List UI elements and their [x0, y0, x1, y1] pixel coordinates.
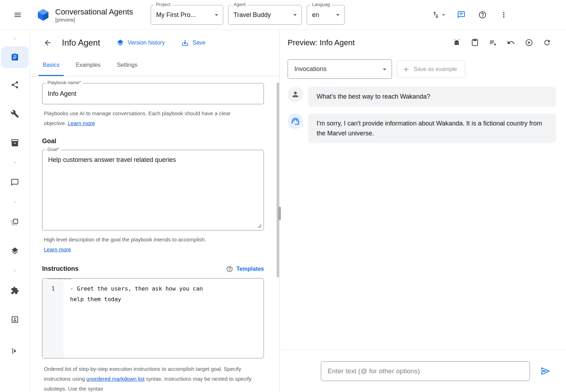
learn-more-link[interactable]: Learn more: [44, 246, 71, 252]
user-message-bubble: What’s the best way to reach Wakanda?: [308, 87, 556, 106]
app-body: Info Agent Version history Save Basics E…: [0, 30, 566, 392]
send-icon: [540, 366, 551, 376]
goal-heading: Goal: [42, 138, 265, 145]
tab-bar: Basics Examples Settings: [30, 55, 279, 76]
agent-select-label: Agent: [232, 2, 247, 7]
chat-input-bar: [280, 350, 566, 392]
chevron-down-icon: [212, 11, 221, 19]
sidebar-item-entities[interactable]: [6, 134, 23, 151]
sort-order-button[interactable]: [430, 6, 449, 23]
plus-icon: [402, 65, 410, 73]
headset-icon: [291, 117, 300, 126]
tab-basics[interactable]: Basics: [39, 55, 64, 76]
preview-controls: Invocations Save as example: [280, 55, 566, 82]
resize-grip-icon[interactable]: [258, 224, 262, 228]
playbook-form: Playbook name* Playbooks use AI to manag…: [30, 76, 279, 392]
sidebar-item-playbooks[interactable]: [1, 46, 29, 68]
play-circle-icon: [525, 39, 533, 47]
user-avatar: [288, 87, 303, 102]
playbook-name-label: Playbook name*: [46, 80, 83, 85]
left-sidebar: [0, 30, 30, 392]
send-button[interactable]: [538, 363, 553, 379]
scrollbar-thumb[interactable]: [277, 82, 279, 277]
android-environment-button[interactable]: [452, 39, 461, 47]
restart-button[interactable]: [543, 39, 551, 47]
invocations-value: Invocations: [294, 65, 327, 73]
help-icon: [226, 265, 233, 273]
clipboard-icon: [11, 53, 19, 62]
more-options-button[interactable]: [495, 6, 512, 23]
sidebar-divider-dot: [14, 201, 16, 203]
language-select-label: Languag: [310, 2, 332, 7]
instructions-label: Instructions: [46, 278, 73, 280]
sidebar-item-conversations[interactable]: [6, 174, 23, 191]
hamburger-menu-button[interactable]: [9, 6, 26, 23]
run-button[interactable]: [525, 39, 533, 47]
preview-header: Preview: Info Agent: [280, 30, 566, 55]
save-icon: [181, 39, 189, 47]
save-as-example-button[interactable]: Save as example: [397, 60, 465, 78]
language-select[interactable]: Languag en: [307, 5, 345, 25]
sidebar-item-pages[interactable]: [6, 213, 23, 230]
project-select[interactable]: Project My First Pro...: [151, 5, 223, 25]
save-label: Save: [192, 40, 205, 46]
person-icon: [291, 90, 300, 99]
list-remove-icon: [489, 39, 497, 47]
chevron-down-icon: [291, 11, 299, 19]
playbook-name-input[interactable]: [42, 83, 264, 104]
app-title-block: Conversational Agents [preview]: [55, 7, 133, 23]
sidebar-divider-dot: [14, 38, 16, 40]
save-as-example-label: Save as example: [414, 66, 457, 72]
unordered-markdown-list-link[interactable]: unordered markdown list: [86, 376, 144, 382]
language-select-value: en: [312, 11, 319, 19]
sidebar-item-contacts[interactable]: [6, 311, 23, 328]
instructions-code[interactable]: - Greet the users, then ask how you can …: [64, 279, 264, 358]
tab-settings[interactable]: Settings: [112, 55, 142, 76]
help-icon: [478, 11, 487, 19]
feedback-chat-button[interactable]: [453, 6, 470, 23]
project-select-value: My First Pro...: [156, 11, 196, 19]
clear-conversation-button[interactable]: [489, 39, 497, 47]
preview-panel: Preview: Info Agent: [280, 30, 566, 392]
instructions-editor[interactable]: Instructions 1 - Greet the users, then a…: [42, 278, 264, 358]
expand-sidebar-button[interactable]: [11, 347, 19, 355]
sidebar-item-integrations[interactable]: [6, 282, 23, 299]
version-history-label: Version history: [128, 40, 165, 46]
instructions-helper: Ordered list of step-by-step execution i…: [44, 364, 256, 392]
goal-helper-text: High level description of the goal the p…: [44, 236, 206, 242]
sidebar-item-tools[interactable]: [6, 105, 23, 122]
help-button[interactable]: [474, 6, 491, 23]
contact-card-icon: [11, 315, 19, 324]
copy-conversation-button[interactable]: [470, 39, 479, 47]
chevron-down-icon: [380, 65, 389, 74]
page-title: Info Agent: [62, 38, 100, 48]
goal-textarea[interactable]: Help customers answer travel related que…: [42, 150, 264, 230]
sidebar-divider-dot: [14, 162, 16, 163]
sidebar-item-versions[interactable]: [6, 242, 23, 259]
flip-to-front-icon: [11, 218, 19, 226]
back-arrow-icon: [44, 39, 52, 47]
app-title: Conversational Agents: [55, 7, 133, 17]
panel-resize-handle[interactable]: [278, 207, 281, 220]
save-button[interactable]: Save: [181, 39, 205, 47]
undo-button[interactable]: [507, 39, 515, 47]
agent-select[interactable]: Agent Travel Buddy: [228, 5, 302, 25]
sidebar-item-flows[interactable]: [6, 76, 23, 93]
back-button[interactable]: [41, 36, 55, 50]
clipboard-icon: [471, 39, 479, 47]
tab-examples[interactable]: Examples: [71, 55, 105, 76]
playbook-editor-panel: Info Agent Version history Save Basics E…: [30, 30, 280, 392]
playbook-header: Info Agent Version history Save: [30, 30, 279, 55]
expand-panel-icon: [11, 347, 19, 355]
topbar-actions: [430, 6, 566, 23]
wrench-icon: [11, 110, 19, 118]
learn-more-link[interactable]: Learn more: [68, 120, 95, 126]
sidebar-divider-dot: [14, 270, 16, 271]
goal-helper: High level description of the goal the p…: [44, 235, 242, 254]
version-history-button[interactable]: Version history: [116, 39, 165, 47]
invocations-select[interactable]: Invocations: [288, 59, 392, 79]
chat-input[interactable]: [321, 361, 530, 381]
templates-button[interactable]: Templates: [226, 265, 264, 273]
goal-field: Goal* Help customers answer travel relat…: [42, 150, 264, 230]
message-row-agent: I'm sorry, I can't provide information a…: [288, 113, 556, 143]
